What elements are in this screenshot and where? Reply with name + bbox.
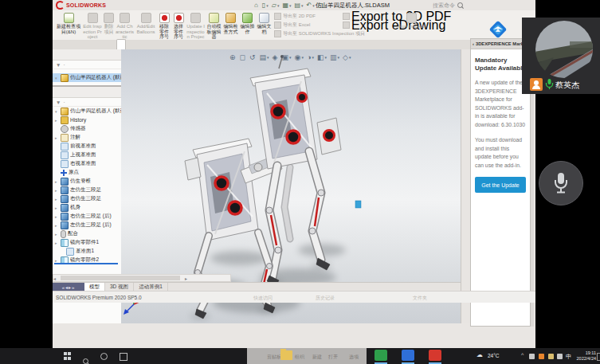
tree-filter-row[interactable]: ▼· (53, 61, 121, 69)
rollback-bar[interactable] (54, 263, 118, 264)
scroll-left-icon[interactable]: ◂ (53, 276, 56, 281)
expand-arrow-icon[interactable]: ▸ (55, 179, 59, 184)
home-icon[interactable]: ⌂ (254, 2, 259, 9)
taskbar-app-icon-red[interactable] (429, 350, 441, 361)
taskbar-app-icon-green[interactable] (375, 350, 387, 361)
new-file-icon[interactable]: ▯▾ (262, 2, 269, 9)
undo-icon[interactable]: ↶▾ (307, 2, 315, 9)
display-style-icon[interactable]: ◉▾ (295, 53, 304, 61)
chevron-left-icon[interactable]: ‹ (473, 41, 474, 46)
ribbon-tab[interactable] (108, 40, 116, 49)
tree-item[interactable]: ▸ 右仿生三段足 (后) (53, 212, 121, 221)
configurations-tab[interactable] (71, 52, 77, 58)
dimxpert-tab[interactable] (79, 89, 85, 96)
tray-person-icon[interactable] (539, 354, 544, 359)
horizontal-scrollbar[interactable]: ◂ ▸ (53, 274, 231, 282)
cortana-icon[interactable] (100, 353, 108, 360)
tree-item[interactable]: ▸ 左仿生三段足 (后) (53, 221, 121, 229)
tree-item[interactable]: 原点 (53, 168, 121, 177)
save-icon[interactable]: ▦▾ (282, 2, 291, 9)
tree-item[interactable]: ▸ 注解 (53, 133, 121, 142)
taskbar-clock[interactable]: 19:11 2022/4/24 (569, 350, 596, 362)
dimxpert-tab[interactable] (79, 52, 85, 58)
tree-root[interactable]: ▾ 仿山羊四足机器人 (默认... (53, 107, 121, 115)
configurations-tab[interactable] (71, 89, 77, 96)
appearance-icon[interactable]: ◧▾ (317, 53, 327, 61)
view-settings-icon[interactable]: ◇▾ (343, 53, 351, 61)
tree-item[interactable]: ▸ 配合 (53, 229, 121, 238)
featuremanager-tab[interactable] (55, 52, 61, 58)
tree-item[interactable]: ▸ History (53, 115, 121, 124)
custom-properties-icon[interactable] (462, 129, 469, 136)
scroll-right-icon[interactable]: ▸ (185, 276, 187, 281)
propertymanager-tab[interactable] (63, 89, 69, 96)
meeting-app-taskbar-icon[interactable] (402, 350, 414, 361)
search-icon[interactable] (457, 2, 463, 8)
appearances-icon[interactable] (462, 119, 469, 126)
annotation-view-icon[interactable]: ◈ (273, 53, 279, 61)
hidden-icons-chevron[interactable]: ^ (521, 352, 524, 358)
task-view-icon[interactable] (120, 353, 127, 361)
tree-item[interactable]: ▸ 右仿生三段足 (53, 194, 121, 203)
ribbon-tab[interactable] (76, 40, 84, 49)
pane-overflow-arrow[interactable] (95, 89, 101, 96)
print-icon[interactable]: ▤▾ (295, 2, 304, 9)
tree-item[interactable]: ▸ 左仿生三段足 (53, 186, 121, 194)
tree-item[interactable]: ▸ 仿生脊椎 (53, 177, 121, 186)
expand-arrow-icon[interactable]: ▸ (55, 258, 59, 263)
microphone-button[interactable] (539, 161, 583, 205)
expand-arrow-icon[interactable]: ▸ (55, 135, 59, 140)
view-palette-icon[interactable] (462, 108, 469, 115)
weather-icon[interactable]: ☁ (476, 351, 483, 358)
tree-filter-row-2[interactable]: ▼· (53, 98, 121, 107)
zoom-fit-icon[interactable]: ⊕ (229, 53, 237, 61)
zoom-area-icon[interactable]: ◻ (240, 53, 246, 61)
view-orientation-icon[interactable]: ▣▾ (282, 53, 292, 61)
expand-arrow-icon[interactable]: ▸ (55, 118, 59, 123)
propertymanager-tab[interactable] (63, 52, 69, 58)
participant-video-tile[interactable]: 蔡英杰 (522, 18, 600, 94)
previous-view-icon[interactable]: ↺ (249, 53, 257, 61)
ribbon-tab[interactable] (69, 40, 76, 49)
expand-arrow-icon[interactable]: ▸ (55, 205, 59, 210)
featuremanager-tab[interactable] (55, 89, 61, 96)
notification-center-icon[interactable] (597, 353, 600, 361)
expand-arrow-icon[interactable]: ▸ (55, 241, 59, 245)
expand-arrow-icon[interactable]: ▸ (55, 197, 59, 202)
ribbon-tab[interactable] (53, 40, 61, 49)
tray-speaker-icon[interactable] (557, 354, 563, 359)
ribbon-tab[interactable] (92, 40, 100, 49)
ribbon-tab[interactable] (100, 40, 108, 49)
displaymanager-tab[interactable] (87, 89, 93, 96)
expand-arrow-icon[interactable]: ▸ (55, 188, 59, 193)
temperature[interactable]: 24°C (488, 353, 500, 358)
tree-item[interactable]: 上视基准面 (53, 151, 121, 159)
pane-overflow-arrow[interactable] (95, 52, 101, 58)
expand-arrow-icon[interactable]: ▸ (55, 232, 59, 237)
get-update-button[interactable]: Get the Update (475, 177, 526, 193)
ribbon-tab[interactable] (84, 40, 92, 49)
expand-arrow-icon[interactable]: ▸ (55, 223, 59, 228)
ribbon-tab[interactable] (116, 39, 126, 49)
tree-item[interactable]: 传感器 (53, 124, 121, 133)
hide-show-icon[interactable]: ◑▾ (307, 53, 314, 61)
tray-icon[interactable] (529, 354, 535, 359)
taskbar-search-icon[interactable] (83, 353, 88, 364)
ribbon-tab[interactable] (61, 40, 69, 49)
section-view-icon[interactable]: ▤▾ (260, 53, 269, 61)
tray-folder-icon[interactable] (548, 354, 554, 359)
resources-home-icon[interactable] (462, 77, 469, 84)
tree-item[interactable]: 前视基准面 (53, 142, 121, 151)
tree-item[interactable]: ▸ 镜向零部件1 (53, 238, 121, 247)
tree-root-selected[interactable]: ▾ 仿山羊四足机器人 (默认... (53, 73, 121, 82)
command-search[interactable]: 搜索命令 (433, 1, 480, 10)
marketplace-icon[interactable] (462, 67, 469, 74)
marketplace-panel-header[interactable]: ‹ 3DEXPERIENCE Marketplace (471, 39, 530, 49)
tree-item[interactable]: 基准面1 (53, 247, 121, 256)
expand-arrow-icon[interactable]: ▸ (55, 214, 59, 219)
tree-item[interactable]: ▸ 机身 (53, 203, 121, 212)
displaymanager-tab[interactable] (87, 52, 93, 58)
forum-icon[interactable] (462, 139, 469, 147)
design-library-icon[interactable] (462, 88, 469, 95)
open-file-icon[interactable]: ▱▾ (272, 2, 280, 9)
